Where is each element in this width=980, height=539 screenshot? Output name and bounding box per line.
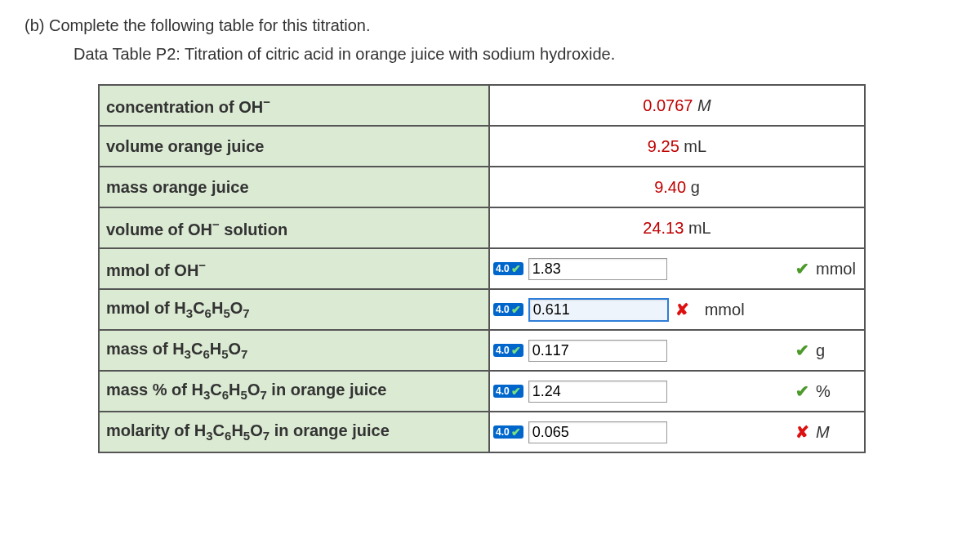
given-unit: mL <box>684 137 706 155</box>
answer-input-mmol-citric[interactable] <box>528 298 669 322</box>
table-row: volume orange juice 9.25 mL <box>99 126 865 167</box>
correct-icon: ✔ <box>793 341 811 360</box>
check-icon: ✔ <box>511 304 521 315</box>
part-label: (b) <box>24 16 44 34</box>
wrong-icon: ✘ <box>674 300 692 319</box>
check-icon: ✔ <box>511 426 521 438</box>
table-row: mmol of OH− 4.0✔ ✔mmol <box>99 248 865 289</box>
given-value: 9.40 <box>654 178 686 196</box>
sigfig-badge: 4.0✔ <box>493 385 523 398</box>
given-unit: mL <box>688 219 711 237</box>
row-label: mmol of H3C6H5O7 <box>99 289 489 330</box>
row-answer-cell: 4.0✔ ✔mmol <box>489 248 865 289</box>
check-icon: ✔ <box>511 263 521 274</box>
answer-unit: mmol <box>705 301 750 319</box>
row-label: mmol of OH− <box>99 248 489 289</box>
titration-table: concentration of OH− 0.0767 M volume ora… <box>98 84 866 453</box>
row-label: volume orange juice <box>99 126 489 167</box>
row-label: volume of OH− solution <box>99 207 489 248</box>
row-value: 24.13 mL <box>489 207 865 248</box>
correct-icon: ✔ <box>793 381 811 401</box>
row-answer-cell: 4.0✔ ✘mmol <box>489 289 865 330</box>
given-unit: M <box>697 96 711 114</box>
given-value: 9.25 <box>648 137 679 155</box>
table-title: Data Table P2: Titration of citric acid … <box>74 45 956 64</box>
answer-input-masspct-citric[interactable] <box>528 381 667 403</box>
row-answer-cell: 4.0✔ ✘M <box>489 412 865 452</box>
prompt-text: Complete the following table for this ti… <box>49 16 371 34</box>
sigfig-badge: 4.0✔ <box>493 262 523 275</box>
table-row: concentration of OH− 0.0767 M <box>99 85 865 126</box>
question-prompt: (b) Complete the following table for thi… <box>24 16 956 35</box>
row-label: mass of H3C6H5O7 <box>99 330 489 371</box>
answer-unit: g <box>816 341 861 360</box>
given-unit: g <box>691 178 700 196</box>
row-label: concentration of OH− <box>99 85 489 126</box>
answer-input-mmol-oh[interactable] <box>528 258 667 280</box>
row-value: 9.25 mL <box>489 126 865 167</box>
answer-input-molarity-citric[interactable] <box>528 421 667 443</box>
correct-icon: ✔ <box>793 259 811 278</box>
row-answer-cell: 4.0✔ ✔g <box>489 330 865 371</box>
row-label: mass % of H3C6H5O7 in orange juice <box>99 371 489 412</box>
row-value: 9.40 g <box>489 167 865 207</box>
table-row: mmol of H3C6H5O7 4.0✔ ✘mmol <box>99 289 865 330</box>
table-row: mass orange juice 9.40 g <box>99 167 865 207</box>
answer-input-mass-citric[interactable] <box>528 340 667 362</box>
wrong-icon: ✘ <box>793 422 811 442</box>
row-value: 0.0767 M <box>489 85 865 126</box>
row-label: molarity of H3C6H5O7 in orange juice <box>99 412 489 452</box>
sigfig-badge: 4.0✔ <box>493 425 523 439</box>
table-row: mass % of H3C6H5O7 in orange juice 4.0✔ … <box>99 371 865 412</box>
table-row: molarity of H3C6H5O7 in orange juice 4.0… <box>99 412 865 452</box>
given-value: 24.13 <box>643 219 684 237</box>
given-value: 0.0767 <box>643 96 693 114</box>
check-icon: ✔ <box>511 345 521 356</box>
table-row: volume of OH− solution 24.13 mL <box>99 207 865 248</box>
answer-unit: % <box>816 382 861 401</box>
check-icon: ✔ <box>511 385 521 397</box>
sigfig-badge: 4.0✔ <box>493 303 523 316</box>
row-answer-cell: 4.0✔ ✔% <box>489 371 865 412</box>
sigfig-badge: 4.0✔ <box>493 344 523 357</box>
table-row: mass of H3C6H5O7 4.0✔ ✔g <box>99 330 865 371</box>
answer-unit: M <box>816 423 861 442</box>
row-label: mass orange juice <box>99 167 489 207</box>
answer-unit: mmol <box>816 260 861 278</box>
